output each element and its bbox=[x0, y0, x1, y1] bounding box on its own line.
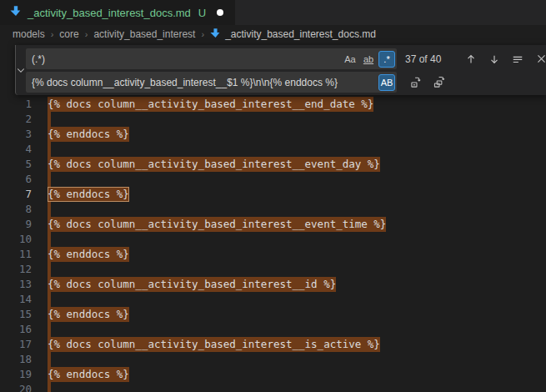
empty-line-match-highlight bbox=[48, 352, 51, 367]
previous-match-button[interactable] bbox=[462, 50, 480, 68]
breadcrumb-item-core[interactable]: core bbox=[59, 28, 78, 40]
line-text: {% enddocs %} bbox=[48, 307, 129, 322]
git-status-badge: U bbox=[198, 7, 206, 19]
line-number: 5 bbox=[0, 157, 32, 172]
line-text bbox=[48, 142, 51, 157]
replace-button[interactable] bbox=[407, 73, 425, 92]
tab-active-file[interactable]: _activity_based_interest_docs.md U bbox=[0, 0, 235, 25]
close-icon[interactable] bbox=[532, 50, 546, 68]
line-number: 14 bbox=[0, 292, 32, 307]
editor-line[interactable]: 8 bbox=[0, 202, 546, 217]
line-text bbox=[48, 262, 51, 277]
markdown-file-icon bbox=[10, 5, 22, 20]
whole-word-toggle[interactable]: ab bbox=[360, 51, 377, 68]
replace-input-value: {% docs column__activity_based_interest_… bbox=[32, 77, 377, 88]
line-number: 9 bbox=[0, 217, 32, 232]
editor-line[interactable]: 3{% enddocs %} bbox=[0, 127, 546, 142]
line-text: {% docs column__activity_based_interest_… bbox=[48, 97, 373, 112]
find-match-highlight: {% docs column__activity_based_interest_… bbox=[48, 337, 380, 352]
line-number: 2 bbox=[0, 112, 32, 127]
find-match-highlight: {% enddocs %} bbox=[48, 367, 129, 382]
line-number: 16 bbox=[0, 322, 32, 337]
line-text bbox=[48, 382, 51, 392]
line-number: 12 bbox=[0, 262, 32, 277]
line-number: 11 bbox=[0, 247, 32, 262]
chevron-right-icon: › bbox=[201, 29, 204, 39]
line-text: {% docs column__activity_based_interest_… bbox=[48, 337, 380, 352]
line-text: {% enddocs %} bbox=[48, 127, 129, 142]
line-text bbox=[48, 352, 51, 367]
line-text bbox=[48, 292, 51, 307]
editor-lines[interactable]: 1{% docs column__activity_based_interest… bbox=[0, 97, 546, 392]
line-number: 6 bbox=[0, 172, 32, 187]
empty-line-match-highlight bbox=[48, 322, 51, 337]
editor-line[interactable]: 5{% docs column__activity_based_interest… bbox=[0, 157, 546, 172]
replace-input[interactable]: {% docs column__activity_based_interest_… bbox=[26, 72, 397, 93]
regex-toggle[interactable]: .* bbox=[378, 51, 395, 68]
editor-line[interactable]: 2 bbox=[0, 112, 546, 127]
find-match-highlight: {% enddocs %} bbox=[48, 127, 129, 142]
editor-line[interactable]: 4 bbox=[0, 142, 546, 157]
editor-line[interactable]: 12 bbox=[0, 262, 546, 277]
find-input-value: (.*) bbox=[32, 53, 340, 65]
editor-line[interactable]: 11{% enddocs %} bbox=[0, 247, 546, 262]
editor-line[interactable]: 7{% enddocs %} bbox=[0, 187, 546, 202]
empty-line-match-highlight bbox=[48, 382, 51, 392]
empty-line-match-highlight bbox=[48, 112, 51, 127]
editor-line[interactable]: 6 bbox=[0, 172, 546, 187]
editor-line[interactable]: 13{% docs column__activity_based_interes… bbox=[0, 277, 546, 292]
next-match-button[interactable] bbox=[485, 50, 503, 68]
editor-line[interactable]: 10 bbox=[0, 232, 546, 247]
tab-title: _activity_based_interest_docs.md bbox=[28, 7, 191, 19]
line-number: 10 bbox=[0, 232, 32, 247]
line-number: 4 bbox=[0, 142, 32, 157]
empty-line-match-highlight bbox=[48, 172, 51, 187]
line-number: 18 bbox=[0, 352, 32, 367]
line-number: 20 bbox=[0, 382, 32, 392]
find-match-highlight: {% docs column__activity_based_interest_… bbox=[48, 217, 386, 232]
editor-line[interactable]: 9{% docs column__activity_based_interest… bbox=[0, 217, 546, 232]
empty-line-match-highlight bbox=[48, 262, 51, 277]
editor-line[interactable]: 14 bbox=[0, 292, 546, 307]
match-case-toggle[interactable]: Aa bbox=[342, 51, 358, 68]
line-text bbox=[48, 202, 51, 217]
replace-all-button[interactable] bbox=[430, 73, 448, 92]
empty-line-match-highlight bbox=[48, 142, 51, 157]
markdown-file-icon bbox=[210, 28, 221, 41]
line-text bbox=[48, 232, 51, 247]
line-number: 8 bbox=[0, 202, 32, 217]
breadcrumb-item-activity-based-interest[interactable]: activity_based_interest bbox=[93, 28, 195, 40]
line-text bbox=[48, 112, 51, 127]
editor-line[interactable]: 15{% enddocs %} bbox=[0, 307, 546, 322]
current-find-match: {% enddocs %} bbox=[48, 187, 129, 202]
line-number: 17 bbox=[0, 337, 32, 352]
find-match-highlight: {% enddocs %} bbox=[48, 247, 129, 262]
find-input[interactable]: (.*) Aa ab .* bbox=[26, 48, 397, 69]
preserve-case-toggle[interactable]: AB bbox=[378, 74, 395, 91]
line-text bbox=[48, 322, 51, 337]
editor-pane[interactable]: (.*) Aa ab .* 37 of 40 bbox=[0, 43, 546, 392]
line-number: 1 bbox=[0, 97, 32, 112]
empty-line-match-highlight bbox=[48, 232, 51, 247]
line-number: 13 bbox=[0, 277, 32, 292]
editor-line[interactable]: 1{% docs column__activity_based_interest… bbox=[0, 97, 546, 112]
modified-dot-icon[interactable] bbox=[217, 9, 223, 16]
breadcrumb-item-models[interactable]: models bbox=[13, 28, 45, 40]
line-number: 19 bbox=[0, 367, 32, 382]
editor-line[interactable]: 16 bbox=[0, 322, 546, 337]
line-text: {% docs column__activity_based_interest_… bbox=[48, 157, 380, 172]
chevron-right-icon: › bbox=[85, 29, 88, 39]
find-replace-widget: (.*) Aa ab .* 37 of 40 bbox=[15, 45, 546, 95]
line-text bbox=[48, 172, 51, 187]
empty-line-match-highlight bbox=[48, 202, 51, 217]
editor-line[interactable]: 18 bbox=[0, 352, 546, 367]
editor-line[interactable]: 20 bbox=[0, 382, 546, 392]
editor-line[interactable]: 17{% docs column__activity_based_interes… bbox=[0, 337, 546, 352]
breadcrumb-item-file[interactable]: _activity_based_interest_docs.md bbox=[210, 28, 376, 41]
breadcrumb: models › core › activity_based_interest … bbox=[0, 25, 546, 43]
line-number: 15 bbox=[0, 307, 32, 322]
editor-line[interactable]: 19{% enddocs %} bbox=[0, 367, 546, 382]
toggle-replace-chevron-icon[interactable] bbox=[16, 48, 26, 92]
find-in-selection-icon[interactable] bbox=[508, 50, 527, 68]
line-text: {% enddocs %} bbox=[48, 247, 129, 262]
